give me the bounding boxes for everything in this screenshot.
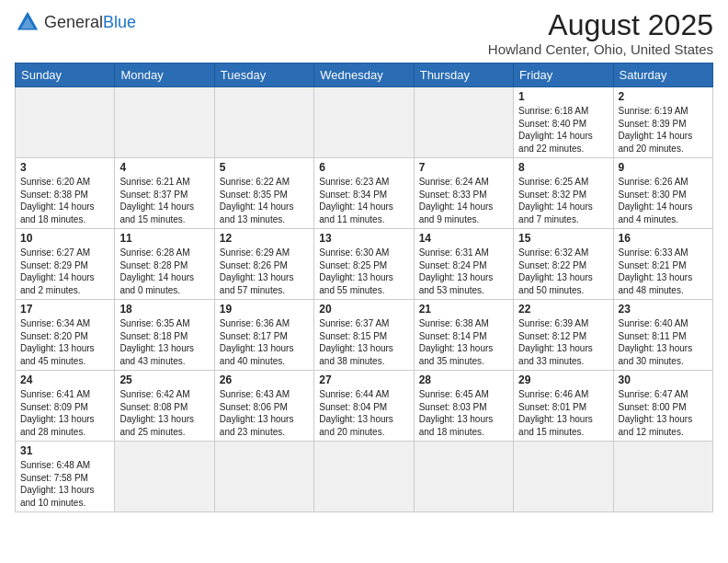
table-row bbox=[514, 442, 613, 512]
table-row: 12Sunrise: 6:29 AM Sunset: 8:26 PM Dayli… bbox=[214, 229, 313, 300]
title-block: August 2025 Howland Center, Ohio, United… bbox=[488, 9, 713, 57]
day-info: Sunrise: 6:19 AM Sunset: 8:39 PM Dayligh… bbox=[619, 105, 708, 155]
day-number: 7 bbox=[419, 161, 508, 174]
day-info: Sunrise: 6:42 AM Sunset: 8:08 PM Dayligh… bbox=[119, 388, 209, 438]
table-row: 25Sunrise: 6:42 AM Sunset: 8:08 PM Dayli… bbox=[115, 371, 214, 442]
day-number: 8 bbox=[518, 161, 608, 174]
table-row: 8Sunrise: 6:25 AM Sunset: 8:32 PM Daylig… bbox=[514, 158, 613, 229]
table-row: 19Sunrise: 6:36 AM Sunset: 8:17 PM Dayli… bbox=[214, 300, 313, 371]
day-number: 5 bbox=[220, 161, 309, 174]
day-info: Sunrise: 6:45 AM Sunset: 8:03 PM Dayligh… bbox=[419, 388, 508, 438]
calendar-subtitle: Howland Center, Ohio, United States bbox=[488, 41, 713, 57]
table-row bbox=[314, 442, 414, 512]
table-row bbox=[16, 87, 115, 158]
header-thursday: Thursday bbox=[414, 63, 513, 87]
table-row bbox=[214, 442, 313, 512]
day-number: 19 bbox=[220, 303, 309, 316]
day-info: Sunrise: 6:43 AM Sunset: 8:06 PM Dayligh… bbox=[220, 388, 309, 438]
day-info: Sunrise: 6:23 AM Sunset: 8:34 PM Dayligh… bbox=[319, 176, 408, 225]
table-row: 5Sunrise: 6:22 AM Sunset: 8:35 PM Daylig… bbox=[214, 158, 313, 229]
day-number: 28 bbox=[419, 373, 508, 386]
table-row bbox=[115, 87, 214, 158]
day-info: Sunrise: 6:30 AM Sunset: 8:25 PM Dayligh… bbox=[319, 247, 408, 296]
day-info: Sunrise: 6:25 AM Sunset: 8:32 PM Dayligh… bbox=[518, 176, 608, 225]
table-row bbox=[414, 87, 513, 158]
day-number: 22 bbox=[518, 303, 608, 316]
day-info: Sunrise: 6:28 AM Sunset: 8:28 PM Dayligh… bbox=[119, 247, 209, 296]
table-row: 4Sunrise: 6:21 AM Sunset: 8:37 PM Daylig… bbox=[115, 158, 214, 229]
generalblue-icon bbox=[15, 9, 40, 35]
table-row: 22Sunrise: 6:39 AM Sunset: 8:12 PM Dayli… bbox=[514, 300, 613, 371]
day-info: Sunrise: 6:37 AM Sunset: 8:15 PM Dayligh… bbox=[319, 317, 408, 367]
day-info: Sunrise: 6:33 AM Sunset: 8:21 PM Dayligh… bbox=[619, 247, 708, 296]
day-info: Sunrise: 6:46 AM Sunset: 8:01 PM Dayligh… bbox=[518, 388, 608, 438]
day-number: 29 bbox=[518, 373, 608, 386]
table-row: 31Sunrise: 6:48 AM Sunset: 7:58 PM Dayli… bbox=[16, 442, 115, 512]
day-number: 12 bbox=[220, 232, 309, 245]
day-info: Sunrise: 6:20 AM Sunset: 8:38 PM Dayligh… bbox=[20, 176, 109, 225]
table-row bbox=[414, 442, 513, 512]
table-row bbox=[115, 442, 214, 512]
table-row: 17Sunrise: 6:34 AM Sunset: 8:20 PM Dayli… bbox=[16, 300, 115, 371]
day-number: 1 bbox=[518, 90, 608, 103]
day-number: 10 bbox=[20, 232, 109, 245]
calendar-table: Sunday Monday Tuesday Wednesday Thursday… bbox=[15, 63, 713, 512]
header-wednesday: Wednesday bbox=[314, 63, 414, 87]
day-info: Sunrise: 6:31 AM Sunset: 8:24 PM Dayligh… bbox=[419, 247, 508, 296]
table-row: 1Sunrise: 6:18 AM Sunset: 8:40 PM Daylig… bbox=[514, 87, 613, 158]
day-info: Sunrise: 6:38 AM Sunset: 8:14 PM Dayligh… bbox=[419, 317, 508, 367]
table-row: 26Sunrise: 6:43 AM Sunset: 8:06 PM Dayli… bbox=[214, 371, 313, 442]
table-row: 18Sunrise: 6:35 AM Sunset: 8:18 PM Dayli… bbox=[115, 300, 214, 371]
table-row bbox=[314, 87, 414, 158]
day-info: Sunrise: 6:27 AM Sunset: 8:29 PM Dayligh… bbox=[20, 247, 109, 296]
day-number: 3 bbox=[20, 161, 109, 174]
day-number: 20 bbox=[319, 303, 408, 316]
day-number: 23 bbox=[619, 303, 708, 316]
table-row: 27Sunrise: 6:44 AM Sunset: 8:04 PM Dayli… bbox=[314, 371, 414, 442]
table-row: 23Sunrise: 6:40 AM Sunset: 8:11 PM Dayli… bbox=[613, 300, 712, 371]
table-row: 24Sunrise: 6:41 AM Sunset: 8:09 PM Dayli… bbox=[16, 371, 115, 442]
day-number: 16 bbox=[619, 232, 708, 245]
day-number: 21 bbox=[419, 303, 508, 316]
day-number: 15 bbox=[518, 232, 608, 245]
day-number: 4 bbox=[119, 161, 209, 174]
table-row: 16Sunrise: 6:33 AM Sunset: 8:21 PM Dayli… bbox=[613, 229, 712, 300]
day-info: Sunrise: 6:44 AM Sunset: 8:04 PM Dayligh… bbox=[319, 388, 408, 438]
table-row: 15Sunrise: 6:32 AM Sunset: 8:22 PM Dayli… bbox=[514, 229, 613, 300]
header-monday: Monday bbox=[115, 63, 214, 87]
day-number: 11 bbox=[119, 232, 209, 245]
day-info: Sunrise: 6:40 AM Sunset: 8:11 PM Dayligh… bbox=[619, 317, 708, 367]
day-number: 31 bbox=[20, 444, 109, 457]
table-row: 9Sunrise: 6:26 AM Sunset: 8:30 PM Daylig… bbox=[613, 158, 712, 229]
table-row: 30Sunrise: 6:47 AM Sunset: 8:00 PM Dayli… bbox=[613, 371, 712, 442]
day-number: 2 bbox=[619, 90, 708, 103]
page: GeneralBlue August 2025 Howland Center, … bbox=[0, 0, 728, 522]
day-number: 17 bbox=[20, 303, 109, 316]
header: GeneralBlue August 2025 Howland Center, … bbox=[15, 9, 713, 57]
header-tuesday: Tuesday bbox=[214, 63, 313, 87]
table-row: 3Sunrise: 6:20 AM Sunset: 8:38 PM Daylig… bbox=[16, 158, 115, 229]
table-row: 7Sunrise: 6:24 AM Sunset: 8:33 PM Daylig… bbox=[414, 158, 513, 229]
weekday-header-row: Sunday Monday Tuesday Wednesday Thursday… bbox=[16, 63, 713, 87]
day-number: 6 bbox=[319, 161, 408, 174]
day-number: 27 bbox=[319, 373, 408, 386]
day-info: Sunrise: 6:34 AM Sunset: 8:20 PM Dayligh… bbox=[20, 317, 109, 367]
day-info: Sunrise: 6:39 AM Sunset: 8:12 PM Dayligh… bbox=[518, 317, 608, 367]
table-row bbox=[613, 442, 712, 512]
header-friday: Friday bbox=[514, 63, 613, 87]
table-row: 28Sunrise: 6:45 AM Sunset: 8:03 PM Dayli… bbox=[414, 371, 513, 442]
day-info: Sunrise: 6:21 AM Sunset: 8:37 PM Dayligh… bbox=[119, 176, 209, 225]
day-number: 26 bbox=[220, 373, 309, 386]
table-row: 20Sunrise: 6:37 AM Sunset: 8:15 PM Dayli… bbox=[314, 300, 414, 371]
day-info: Sunrise: 6:36 AM Sunset: 8:17 PM Dayligh… bbox=[220, 317, 309, 367]
day-info: Sunrise: 6:18 AM Sunset: 8:40 PM Dayligh… bbox=[518, 105, 608, 155]
header-sunday: Sunday bbox=[16, 63, 115, 87]
table-row: 13Sunrise: 6:30 AM Sunset: 8:25 PM Dayli… bbox=[314, 229, 414, 300]
day-number: 30 bbox=[619, 373, 708, 386]
day-number: 25 bbox=[119, 373, 209, 386]
day-info: Sunrise: 6:24 AM Sunset: 8:33 PM Dayligh… bbox=[419, 176, 508, 225]
table-row: 6Sunrise: 6:23 AM Sunset: 8:34 PM Daylig… bbox=[314, 158, 414, 229]
day-info: Sunrise: 6:22 AM Sunset: 8:35 PM Dayligh… bbox=[220, 176, 309, 225]
day-info: Sunrise: 6:32 AM Sunset: 8:22 PM Dayligh… bbox=[518, 247, 608, 296]
day-number: 18 bbox=[119, 303, 209, 316]
